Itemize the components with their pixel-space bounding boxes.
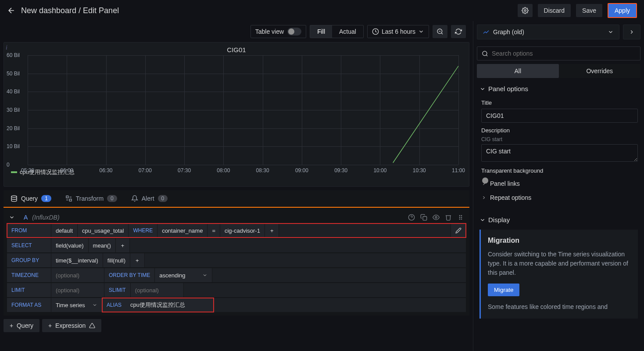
title-label: Title [481,99,638,106]
tab-transform-count: 0 [107,195,117,202]
discard-button[interactable]: Discard [538,4,571,17]
svg-rect-6 [66,196,68,198]
viz-picker[interactable]: Graph (old) [477,25,619,39]
where-op[interactable]: = [208,223,220,238]
slimit-input[interactable] [131,283,183,297]
alias-label: ALIAS [102,298,126,312]
groupby-fill[interactable]: fill(null) [103,253,130,267]
query-row-format: FORMAT AS Time series ALIAS [7,298,466,312]
y-tick: 30 Bil [7,107,20,113]
alias-group: ALIAS [102,298,214,312]
eye-icon[interactable] [433,214,440,221]
limit-input[interactable] [51,283,104,297]
copy-icon[interactable] [420,214,427,221]
where-field[interactable]: container_name [157,223,207,238]
svg-point-14 [459,217,460,217]
display-header[interactable]: Display [479,213,638,226]
back-arrow[interactable] [7,6,16,15]
trash-icon[interactable] [445,214,452,221]
x-tick: 05:30 [21,167,34,174]
settings-button[interactable] [518,4,533,17]
x-tick: 07:00 [139,167,152,174]
tab-transform[interactable]: Transform 0 [58,190,124,207]
select-agg[interactable]: mean() [89,238,115,252]
add-query-button[interactable]: + Query [4,319,39,332]
pencil-icon [455,227,462,234]
from-measurement[interactable]: cpu_usage_total [78,223,128,238]
chart-title: CIG01 [6,44,467,55]
collapse-sidebar[interactable] [623,25,640,39]
orderby-label: ORDER BY TIME [104,268,154,282]
drag-icon[interactable] [457,214,464,221]
desc-input[interactable] [481,144,638,162]
where-add[interactable]: + [265,223,279,238]
search-icon [482,50,488,57]
transparent-label: Transparent background [481,167,638,174]
repeat-options-row[interactable]: Repeat options [481,191,638,205]
svg-line-3 [441,33,443,34]
database-icon [11,195,18,202]
select-field[interactable]: field(value) [51,238,88,252]
format-select[interactable]: Time series [51,298,102,312]
query-header[interactable]: A (InfluxDB) [7,211,466,223]
transform-icon [65,195,72,202]
from-retention[interactable]: default [51,223,77,238]
timezone-input[interactable] [51,268,104,282]
orderby-select[interactable]: ascending [155,268,212,282]
format-label: FORMAT AS [7,298,51,312]
panel-options-header[interactable]: Panel options [479,82,638,95]
svg-point-18 [483,51,487,55]
chart-legend[interactable]: cpu使用情况监控汇总 [6,165,467,180]
table-view-label: Table view [255,28,284,35]
svg-point-15 [461,217,462,217]
y-tick: 50 Bil [7,71,20,77]
chart-body[interactable]: 010 Bil20 Bil30 Bil40 Bil50 Bil60 Bil05:… [28,55,458,165]
query-tabs: Query 1 Transform 0 Alert 0 [4,190,469,208]
orderby-value: ascending [159,272,185,279]
tab-alert[interactable]: Alert 0 [124,190,175,207]
table-view-toggle[interactable]: Table view [250,25,306,38]
migration-note: Some features like colored time regions … [488,302,631,312]
warning-icon [89,323,95,329]
x-tick: 08:30 [256,167,269,174]
apply-button[interactable]: Apply [608,3,637,18]
alias-input[interactable] [126,298,214,312]
tab-all[interactable]: All [477,64,559,78]
save-button[interactable]: Save [576,4,602,17]
migrate-button[interactable]: Migrate [488,284,519,296]
tab-transform-label: Transform [76,195,104,202]
groupby-time[interactable]: time($__interval) [51,253,103,267]
help-icon[interactable] [408,214,415,221]
where-value[interactable]: cig-cadvisor-1 [220,223,265,238]
zoom-out-button[interactable] [433,25,447,38]
search-input[interactable] [492,50,636,57]
chevron-down-icon [608,29,614,35]
query-row-select: SELECT field(value) mean() + [7,238,466,252]
tab-overrides[interactable]: Overrides [559,64,641,78]
tab-query[interactable]: Query 1 [4,190,58,207]
tab-query-count: 1 [41,195,51,202]
info-icon[interactable]: i [6,44,7,51]
migration-title: Migration [488,237,631,245]
actual-pill[interactable]: Actual [332,25,363,38]
panel-links-row[interactable]: Panel links [481,177,638,191]
refresh-button[interactable] [451,25,466,38]
format-value: Time series [56,302,85,308]
desc-label: Description [481,127,638,134]
time-range-picker[interactable]: Last 6 hours [367,25,429,38]
add-expression-button[interactable]: + Expression [42,319,101,332]
groupby-add[interactable]: + [130,253,144,267]
graph-icon [483,28,490,35]
toggle-raw-query[interactable] [451,223,466,238]
title-input[interactable] [481,109,638,123]
fill-actual-group: Fill Actual [310,25,364,38]
clock-icon [372,28,379,35]
breadcrumb: New dashboard / Edit Panel [21,6,512,15]
fill-pill[interactable]: Fill [310,25,332,38]
query-row-limit: LIMIT SLIMIT [7,283,466,297]
x-tick: 10:00 [373,167,386,174]
y-tick: 0 [7,162,10,168]
search-options[interactable] [477,46,640,60]
timezone-label: TIMEZONE [7,268,51,282]
select-add[interactable]: + [116,238,130,252]
